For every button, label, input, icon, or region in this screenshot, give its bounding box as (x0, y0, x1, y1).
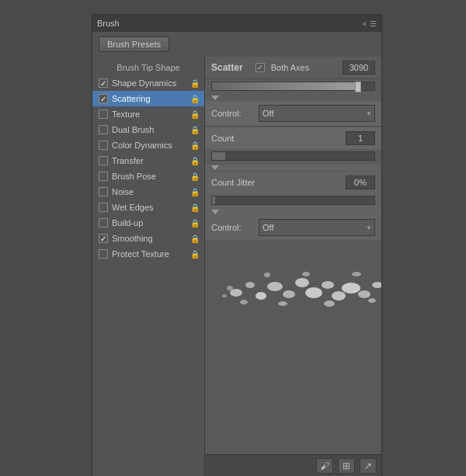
control-2-select-wrapper: Off Fade Pen Pressure Pen Tilt Stylus Wh… (259, 219, 375, 236)
panel-title: Brush (97, 19, 120, 28)
color-dynamics-label: Color Dynamics (112, 141, 189, 150)
count-jitter-value[interactable]: 0% (346, 175, 375, 189)
svg-point-17 (352, 272, 361, 276)
svg-point-12 (240, 300, 248, 304)
sidebar-item-dual-brush[interactable]: Dual Brush 🔒 (92, 122, 204, 137)
triangle-down-icon-3 (211, 210, 219, 214)
scatter-slider-thumb[interactable] (355, 82, 361, 92)
sidebar-item-color-dynamics[interactable]: Color Dynamics 🔒 (92, 137, 204, 153)
color-dynamics-lock-icon: 🔒 (190, 141, 200, 150)
noise-lock-icon: 🔒 (190, 188, 200, 196)
svg-point-13 (264, 273, 270, 277)
sidebar-item-build-up[interactable]: Build-up 🔒 (92, 215, 204, 231)
brush-pose-checkbox[interactable] (99, 172, 108, 181)
protect-texture-lock-icon: 🔒 (190, 250, 200, 259)
control-1-select-wrapper: Off Fade Pen Pressure Pen Tilt Stylus Wh… (259, 105, 375, 122)
count-jitter-slider-fill (212, 196, 215, 204)
right-panel: Scatter ✓ Both Axes 3090 (205, 57, 381, 476)
transfer-checkbox[interactable] (99, 156, 108, 165)
both-axes-checkbox[interactable]: ✓ (256, 63, 265, 72)
color-dynamics-checkbox[interactable] (99, 141, 108, 150)
control-1-select[interactable]: Off Fade Pen Pressure Pen Tilt Stylus Wh… (259, 105, 375, 122)
svg-point-8 (332, 291, 346, 301)
svg-point-9 (342, 283, 360, 294)
scattering-label: Scattering (112, 94, 189, 103)
count-slider-fill (212, 152, 225, 160)
sidebar-item-transfer[interactable]: Transfer 🔒 (92, 153, 204, 169)
brush-preview-svg (205, 240, 381, 454)
svg-point-21 (222, 294, 227, 297)
scatter-value[interactable]: 3090 (343, 61, 375, 75)
protect-texture-label: Protect Texture (112, 249, 189, 259)
wet-edges-checkbox[interactable] (99, 203, 108, 212)
scatter-slider[interactable] (211, 82, 375, 91)
triangle-down-icon-2 (211, 165, 219, 170)
sidebar-item-brush-pose[interactable]: Brush Pose 🔒 (92, 169, 204, 184)
texture-lock-icon: 🔒 (190, 110, 200, 119)
smoothing-checkbox[interactable]: ✓ (99, 234, 108, 243)
sidebar-item-noise[interactable]: Noise 🔒 (92, 184, 204, 200)
control-row-2: Control: Off Fade Pen Pressure Pen Tilt … (205, 215, 381, 240)
bottom-toolbar: 🖌 ⊞ ↗ (205, 454, 381, 476)
svg-point-11 (372, 282, 381, 288)
scattering-checkbox[interactable]: ✓ (99, 94, 108, 103)
collapse-icon[interactable]: « (362, 19, 367, 28)
svg-point-10 (358, 290, 370, 298)
svg-point-6 (305, 287, 322, 298)
menu-icon[interactable]: ☰ (370, 19, 377, 28)
count-jitter-slider[interactable] (211, 196, 375, 205)
build-up-checkbox[interactable] (99, 218, 108, 228)
top-controls: Brush Presets (92, 32, 381, 57)
transfer-label: Transfer (112, 156, 189, 165)
grid-icon-btn[interactable]: ⊞ (338, 458, 355, 474)
build-up-label: Build-up (112, 218, 189, 228)
shape-dynamics-checkbox[interactable]: ✓ (99, 78, 108, 88)
scattering-lock-icon: 🔒 (190, 95, 200, 103)
count-label: Count (211, 134, 341, 143)
sidebar-item-shape-dynamics[interactable]: ✓ Shape Dynamics 🔒 (92, 75, 204, 91)
brush-pose-lock-icon: 🔒 (190, 172, 200, 181)
sidebar-item-smoothing[interactable]: ✓ Smoothing 🔒 (92, 231, 204, 246)
count-slider-area (205, 149, 381, 165)
count-value[interactable]: 1 (346, 131, 375, 145)
svg-point-16 (324, 301, 335, 307)
paint-icon-btn[interactable]: 🖌 (316, 458, 333, 474)
count-jitter-label: Count Jitter (211, 178, 341, 187)
dual-brush-label: Dual Brush (112, 125, 189, 134)
title-bar: Brush « ☰ (92, 15, 381, 32)
control-row-1: Control: Off Fade Pen Pressure Pen Tilt … (205, 101, 381, 126)
svg-point-18 (368, 298, 376, 303)
sidebar-item-protect-texture[interactable]: Protect Texture 🔒 (92, 246, 204, 262)
protect-texture-checkbox[interactable] (99, 249, 108, 259)
sidebar-item-texture[interactable]: Texture 🔒 (92, 106, 204, 122)
smoothing-label: Smoothing (112, 234, 189, 243)
scatter-slider-area (205, 79, 381, 95)
count-slider[interactable] (211, 151, 375, 161)
main-layout: Brush Tip Shape ✓ Shape Dynamics 🔒 ✓ Sca… (92, 57, 381, 476)
brush-preview-area (205, 240, 381, 454)
noise-checkbox[interactable] (99, 187, 108, 196)
count-row: Count 1 (205, 127, 381, 149)
svg-point-2 (256, 292, 266, 300)
svg-point-14 (278, 301, 287, 306)
scatter-label: Scatter (211, 62, 243, 73)
svg-point-4 (283, 290, 295, 298)
left-sidebar: Brush Tip Shape ✓ Shape Dynamics 🔒 ✓ Sca… (92, 57, 205, 476)
count-jitter-row: Count Jitter 0% (205, 171, 381, 193)
export-icon-btn[interactable]: ↗ (360, 458, 377, 474)
dual-brush-checkbox[interactable] (99, 125, 108, 134)
texture-checkbox[interactable] (99, 109, 108, 119)
texture-label: Texture (112, 109, 189, 119)
svg-point-0 (230, 289, 242, 297)
noise-label: Noise (112, 187, 189, 196)
svg-point-3 (267, 282, 283, 291)
sidebar-item-wet-edges[interactable]: Wet Edges 🔒 (92, 200, 204, 215)
control-2-select[interactable]: Off Fade Pen Pressure Pen Tilt Stylus Wh… (259, 219, 375, 236)
wet-edges-lock-icon: 🔒 (190, 203, 200, 212)
brush-tip-shape-title[interactable]: Brush Tip Shape (92, 60, 204, 75)
brush-presets-button[interactable]: Brush Presets (99, 36, 169, 52)
brush-pose-label: Brush Pose (112, 172, 189, 181)
both-axes-label: Both Axes (271, 63, 310, 72)
shape-dynamics-label: Shape Dynamics (112, 78, 189, 88)
sidebar-item-scattering[interactable]: ✓ Scattering 🔒 (92, 91, 204, 106)
